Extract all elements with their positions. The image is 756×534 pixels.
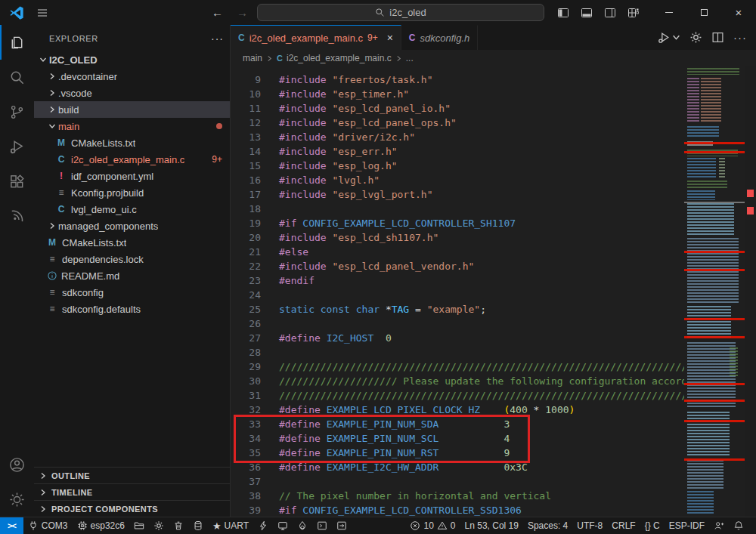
minimap-slider[interactable] (684, 202, 745, 203)
tree-item-cmakelists-txt[interactable]: MCMakeLists.txt (34, 134, 230, 151)
tree-item-label: managed_components (58, 221, 158, 232)
tree-item-main[interactable]: main (34, 118, 230, 134)
minimap-code-block (719, 158, 725, 177)
status-zap[interactable] (253, 517, 273, 534)
status-esp32c6[interactable]: esp32c6 (73, 517, 129, 534)
tree-item-build[interactable]: build (34, 101, 230, 118)
tree-item-managed-components[interactable]: managed_components (34, 218, 230, 234)
status-folder[interactable] (129, 517, 149, 534)
file-type-icon: M (46, 237, 58, 248)
line-number: 30 (231, 374, 261, 388)
tree-item-i2c-oled-example-main-c[interactable]: Ci2c_oled_example_main.c9+ (34, 151, 230, 168)
line-number: 24 (231, 288, 261, 302)
activity-espressif-idf[interactable] (0, 199, 34, 233)
tree-item-kconfig-projbuild[interactable]: ≡Kconfig.projbuild (34, 184, 230, 201)
status-database[interactable] (188, 517, 208, 534)
activity-search[interactable] (0, 60, 34, 94)
code-editor[interactable]: 9#include "freertos/task.h"10#include "e… (231, 66, 756, 517)
chevron-down-icon (46, 122, 58, 130)
breadcrumb-item[interactable]: i2c_oled_example_main.c (287, 53, 392, 63)
tree-item-dependencies-lock[interactable]: ≡dependencies.lock (34, 251, 230, 267)
minimap-code-block (687, 460, 723, 489)
status-problems[interactable]: 100 (405, 517, 460, 534)
panel-timeline[interactable]: TIMELINE (34, 483, 230, 500)
status-termbox[interactable] (312, 517, 332, 534)
tree-item-sdkconfig-defaults[interactable]: ≡sdkconfig.defaults (34, 301, 230, 317)
status-com3[interactable]: COM3 (23, 517, 73, 534)
status-flame[interactable] (293, 517, 312, 534)
minimap-error-mark (684, 420, 745, 422)
minimap[interactable] (684, 66, 745, 517)
activity-account[interactable] (0, 447, 34, 482)
tree-item-idf-component-yml[interactable]: !idf_component.yml (34, 168, 230, 184)
code-line-9: 9#include "freertos/task.h" (231, 73, 684, 87)
customize-layout-icon[interactable] (627, 7, 640, 19)
tree-item--devcontainer[interactable]: .devcontainer (34, 68, 230, 85)
run-or-debug-button[interactable] (658, 31, 680, 44)
status-gears[interactable] (149, 517, 169, 534)
activity-explorer[interactable] (0, 25, 34, 60)
toggle-primary-sidebar-icon[interactable] (557, 7, 569, 19)
close-button[interactable]: × (721, 0, 756, 25)
activity-settings[interactable] (0, 482, 34, 517)
explorer-more-icon[interactable]: ··· (211, 32, 224, 45)
tree-item-label: i2c_oled_example_main.c (71, 154, 184, 165)
tab-close-icon[interactable]: × (387, 32, 393, 44)
tab-sdkconfig-h[interactable]: Csdkconfig.h (401, 25, 478, 50)
menu-icon[interactable] (36, 7, 48, 19)
status-encoding[interactable]: UTF-8 (572, 517, 607, 534)
more-actions-icon[interactable]: ··· (733, 31, 747, 44)
activity-extensions[interactable] (0, 164, 34, 199)
status-arrowbox[interactable] (332, 517, 352, 534)
maximize-button[interactable] (686, 0, 721, 25)
minimize-button[interactable] (652, 0, 686, 25)
toggle-secondary-sidebar-icon[interactable] (604, 7, 616, 19)
line-number: 9 (231, 73, 261, 87)
status-trash[interactable] (169, 517, 188, 534)
breadcrumb-item[interactable]: ... (406, 53, 414, 63)
explorer-sidebar: EXPLORER ··· I2C_OLED.devcontainer.vscod… (34, 25, 231, 517)
forward-icon[interactable]: → (237, 6, 248, 19)
toggle-panel-icon[interactable] (581, 7, 593, 19)
tree-item-lvgl-demo-ui-c[interactable]: Clvgl_demo_ui.c (34, 201, 230, 218)
tree-item-cmakelists-txt[interactable]: MCMakeLists.txt (34, 234, 230, 251)
tree-item-readme-md[interactable]: README.md (34, 267, 230, 284)
status-language-mode[interactable]: {} C (640, 517, 665, 534)
status-eol[interactable]: CRLF (607, 517, 640, 534)
panel-outline[interactable]: OUTLINE (34, 467, 230, 483)
panel-project-components[interactable]: PROJECT COMPONENTS (34, 500, 230, 517)
open-settings-icon[interactable] (689, 31, 702, 44)
plug-icon (28, 520, 39, 531)
status-cursor-position[interactable]: Ln 53, Col 19 (460, 517, 523, 534)
chevron-right-icon (46, 106, 58, 113)
tree-item-i2c-oled[interactable]: I2C_OLED (34, 51, 230, 68)
remote-indicator[interactable]: >< (0, 517, 23, 534)
tree-item-sdkconfig[interactable]: ≡sdkconfig (34, 284, 230, 301)
code-text: #include "esp_lcd_sh1107.h" (261, 230, 438, 245)
breadcrumb[interactable]: mainCi2c_oled_example_main.c... (231, 50, 756, 66)
status-label: 10 (423, 520, 433, 531)
chevron-down-icon[interactable] (672, 33, 680, 42)
command-center-search[interactable]: i2c_oled (257, 4, 544, 21)
title-bar: ← → i2c_oled (0, 0, 756, 25)
tab-i2c-oled-example-main-c[interactable]: Ci2c_oled_example_main.c9+× (231, 25, 401, 50)
minimap-error-mark (684, 336, 745, 338)
activity-source-control[interactable] (0, 94, 34, 129)
line-number: 12 (231, 116, 261, 130)
status-monitor[interactable] (273, 517, 293, 534)
split-editor-icon[interactable] (711, 31, 724, 44)
activity-run-debug[interactable] (0, 129, 34, 164)
breadcrumb-item[interactable]: main (243, 53, 262, 63)
status-esp-idf[interactable]: ESP-IDF (665, 517, 709, 534)
status-notifications[interactable] (729, 517, 748, 534)
tree-item-label: CMakeLists.txt (62, 237, 126, 248)
code-line-14: 14#include "esp_err.h" (231, 144, 684, 159)
status-feedback[interactable] (709, 517, 729, 534)
minimap-code-block (687, 412, 730, 457)
tree-item--vscode[interactable]: .vscode (34, 85, 230, 101)
status-indentation[interactable]: Spaces: 4 (523, 517, 572, 534)
line-number: 39 (231, 503, 261, 517)
back-icon[interactable]: ← (212, 6, 223, 19)
status-uart[interactable]: ★UART (208, 517, 253, 534)
minimap-error-mark (684, 269, 745, 271)
